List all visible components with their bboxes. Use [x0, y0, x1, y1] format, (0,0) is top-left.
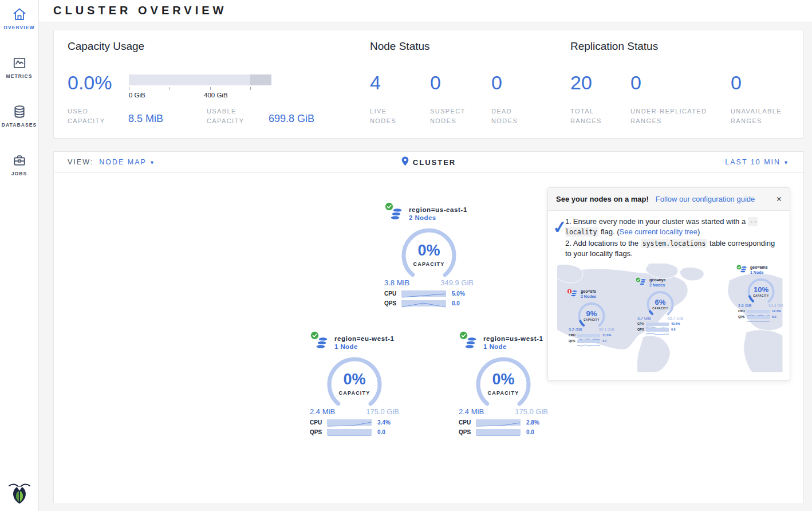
- capacity-percent: 0%: [469, 371, 538, 388]
- node-map-setup-popup: See your nodes on a map! Follow our conf…: [547, 187, 790, 381]
- capacity-gauge: 10% CAPACITY: [744, 278, 778, 305]
- capacity-gauge: 6% CAPACITY: [643, 290, 677, 318]
- time-range-selector[interactable]: LAST 10 MIN▼: [725, 158, 790, 166]
- popup-title: See your nodes on a map!: [556, 195, 649, 203]
- locality-nodes-link[interactable]: 1 Node: [483, 343, 543, 350]
- popup-body: ✓ 1.Ensure every node in your cluster wa…: [548, 211, 790, 372]
- cpu-row: CPU 42.6%: [637, 322, 683, 327]
- sidebar-item-label: JOBS: [1, 171, 37, 176]
- capacity-caption: CAPACITY: [395, 261, 463, 267]
- close-icon[interactable]: ×: [776, 195, 782, 204]
- live-nodes-value: 4: [370, 72, 381, 94]
- node-map-panel: region=us-east-1 2 Nodes 0% CAPACITY 3.8…: [54, 173, 803, 503]
- sidebar-item-jobs[interactable]: JOBS: [0, 146, 38, 182]
- unavailable-value: 0: [731, 72, 742, 94]
- database-icon: [1, 104, 37, 119]
- sidebar-item-databases[interactable]: DATABASES: [0, 97, 38, 133]
- capacity-gauge: 0% CAPACITY: [320, 356, 389, 412]
- dead-nodes-label: DEAD NODES: [491, 107, 537, 126]
- sidebar-item-metrics[interactable]: METRICS: [0, 49, 38, 85]
- capacity-tick-start: 0 GiB: [129, 92, 145, 99]
- cpu-value: 3.4%: [377, 419, 391, 426]
- locality-header: region=us-east-1 2 Nodes: [389, 206, 480, 225]
- page-title: CLUSTER OVERVIEW: [53, 4, 227, 17]
- database-stack-icon: [389, 206, 404, 225]
- qps-sparkline: [401, 300, 446, 306]
- locality-nodes-link[interactable]: 2 Nodes: [409, 214, 467, 221]
- used-capacity-value: 8.5 MiB: [128, 113, 163, 125]
- view-label: VIEW:: [68, 158, 93, 166]
- locality-label: region=us-west-1: [483, 335, 543, 342]
- locality-header: region=eu-west-1 1 Node: [314, 335, 406, 353]
- healthy-check-icon: [459, 331, 468, 342]
- page-header: CLUSTER OVERVIEW: [39, 0, 812, 22]
- qps-value: 0.0: [526, 429, 534, 435]
- sidebar: OVERVIEW METRICS DATABASES JOBS: [0, 0, 39, 511]
- unavailable-label: UNAVAILABLE RANGES: [731, 107, 799, 126]
- healthy-check-icon: [736, 264, 742, 273]
- sidebar-item-overview[interactable]: OVERVIEW: [0, 0, 38, 36]
- database-stack-icon: [570, 289, 578, 301]
- step-done-check-icon: ✓: [551, 215, 568, 240]
- healthy-check-icon: [310, 331, 319, 342]
- qps-row: QPS 4.7: [569, 339, 614, 344]
- breadcrumb[interactable]: CLUSTER: [401, 156, 456, 168]
- node-map-card: VIEW: NODE MAP▼ CLUSTER LAST 10 MIN▼: [53, 151, 804, 503]
- capacity-gauge: 0% CAPACITY: [469, 356, 538, 412]
- configuration-guide-link[interactable]: Follow our configuration guide: [656, 195, 755, 203]
- briefcase-icon: [1, 153, 37, 168]
- cpu-row: CPU 12.3%: [738, 309, 783, 314]
- cpu-row: CPU 5.0%: [384, 290, 474, 297]
- capacity-tick-mid: 400 GiB: [204, 92, 228, 99]
- locality-nodes-link: 2 Nodes: [581, 294, 596, 300]
- locality-nodes-link: 2 Nodes: [649, 282, 666, 288]
- example-locality-ams: geo=ams 1 Node 10% CAPACITY: [735, 265, 783, 320]
- chevron-down-icon: ▼: [783, 160, 790, 166]
- locality-label: geo=ams: [750, 265, 768, 270]
- qps-sparkline: [327, 429, 372, 435]
- capacity-caption: CAPACITY: [643, 307, 677, 310]
- locality-card-us-east-1[interactable]: region=us-east-1 2 Nodes 0% CAPACITY 3.8…: [377, 206, 480, 306]
- locality-card-eu-west-1[interactable]: region=eu-west-1 1 Node 0% CAPACITY 2.4 …: [303, 335, 406, 435]
- popup-header: See your nodes on a map! Follow our conf…: [548, 188, 790, 211]
- capacity-bar: 0 GiB 400 GiB: [129, 74, 271, 85]
- under-replicated-value: 0: [630, 72, 641, 94]
- database-stack-icon: [314, 335, 329, 353]
- database-stack-icon: [739, 265, 748, 277]
- capacity-bar-reserved-segment: [250, 74, 271, 85]
- used-capacity-label: USED CAPACITY: [68, 107, 122, 126]
- capacity-caption: CAPACITY: [320, 390, 389, 396]
- capacity-percent: 9%: [574, 309, 609, 319]
- locality-tree-link[interactable]: See current locality tree: [620, 227, 698, 236]
- live-nodes-label: LIVE NODES: [370, 107, 416, 126]
- capacity-percent: 10%: [744, 285, 778, 295]
- qps-row: QPS 0.0: [637, 328, 683, 332]
- example-map-inset: geo=sfo 2 Nodes 9% CAPACITY: [557, 264, 783, 372]
- locality-header: region=us-west-1 1 Node: [463, 335, 555, 353]
- sidebar-item-label: OVERVIEW: [1, 25, 37, 30]
- view-selector[interactable]: NODE MAP▼: [99, 158, 156, 166]
- cpu-sparkline: [401, 290, 446, 297]
- dead-nodes-value: 0: [491, 72, 502, 94]
- cpu-sparkline: [476, 419, 521, 426]
- locality-card-us-west-1[interactable]: region=us-west-1 1 Node 0% CAPACITY 2.4 …: [452, 335, 555, 435]
- locality-nodes-link[interactable]: 1 Node: [334, 343, 395, 350]
- locality-label: region=us-east-1: [409, 206, 467, 213]
- healthy-check-icon: [636, 275, 641, 285]
- healthy-check-icon: [385, 202, 393, 213]
- usable-capacity-value: 699.8 GiB: [269, 113, 314, 125]
- qps-sparkline: [476, 429, 521, 435]
- capacity-caption: CAPACITY: [574, 319, 609, 322]
- capacity-gauge: 9% CAPACITY: [574, 302, 609, 329]
- capacity-percent: 0%: [320, 371, 389, 388]
- usable-capacity-label: USABLE CAPACITY: [207, 107, 261, 126]
- suspect-nodes-value: 0: [430, 72, 441, 94]
- qps-row: QPS 0.0: [738, 315, 783, 320]
- capacity-caption: CAPACITY: [744, 294, 778, 298]
- database-stack-icon: [463, 335, 478, 353]
- sidebar-item-label: DATABASES: [1, 122, 37, 128]
- replication-status-title: Replication Status: [570, 40, 658, 53]
- warning-icon: [567, 286, 572, 297]
- qps-value: 0.0: [452, 300, 460, 306]
- cpu-value: 2.8%: [526, 419, 539, 426]
